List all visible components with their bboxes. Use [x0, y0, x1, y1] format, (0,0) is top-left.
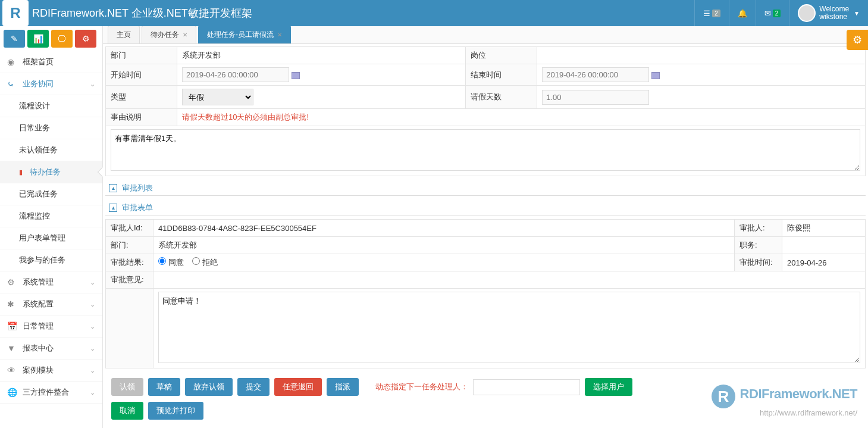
- btn-abandon[interactable]: 放弃认领: [185, 378, 233, 396]
- tab-process[interactable]: 处理任务-员工请假流✕: [198, 26, 291, 43]
- next-handler-label: 动态指定下一任务处理人：: [375, 382, 468, 392]
- list-badge: 2: [712, 10, 720, 17]
- form-area: 部门 系统开发部 岗位 开始时间 结束时间 类型 年假 请假天数: [103, 44, 868, 428]
- nav-home[interactable]: ◉ 框架首页: [0, 51, 102, 73]
- label-opinion: 审批意见:: [106, 271, 153, 289]
- section-approval-form: ▴ 审批表单 审批人Id: 41DD6B83-0784-4A8C-823F-EE…: [105, 201, 866, 372]
- header-bell-button[interactable]: 🔔: [729, 0, 756, 26]
- field-result: 同意 拒绝: [153, 254, 735, 271]
- input-start-time[interactable]: [182, 67, 289, 82]
- nav-sys-config[interactable]: ✱ 系统配置 ⌄: [0, 293, 102, 315]
- btn-select-user[interactable]: 选择用户: [585, 378, 632, 396]
- globe-icon: 🌐: [7, 388, 18, 397]
- header-user-button[interactable]: Welcome wikstone ▼: [789, 0, 868, 26]
- chevron-down-icon: ⌄: [90, 323, 95, 330]
- actions-row-1: 认领 草稿 放弃认领 提交 任意退回 指派 动态指定下一任务处理人： 选择用户: [105, 372, 866, 402]
- screen-icon: 🖵: [58, 34, 66, 43]
- approval-list-header[interactable]: ▴ 审批列表: [105, 181, 866, 196]
- btn-delegate[interactable]: 指派: [327, 378, 359, 396]
- field-approval-position: [782, 237, 866, 254]
- label-approver: 审批人:: [735, 220, 782, 237]
- btn-reject-back[interactable]: 任意退回: [274, 378, 322, 396]
- close-icon[interactable]: ✕: [183, 32, 187, 38]
- collapse-icon: ▴: [109, 204, 117, 212]
- nav-report[interactable]: ▼ 报表中心 ⌄: [0, 338, 102, 360]
- nav-user-form[interactable]: 用户表单管理: [0, 227, 102, 249]
- textarea-reason[interactable]: 有事需清年假1天。: [111, 129, 860, 171]
- header-mail-button[interactable]: ✉ 2: [756, 0, 789, 26]
- nav-biz-collab[interactable]: ⤿ 业务协同 ⌄: [0, 73, 102, 95]
- leave-form-table: 部门 系统开发部 岗位 开始时间 结束时间 类型 年假 请假天数: [105, 46, 866, 176]
- gears-icon: ⚙: [82, 34, 90, 43]
- btn-claim[interactable]: 认领: [111, 378, 143, 396]
- calendar-icon[interactable]: [292, 72, 300, 79]
- select-type[interactable]: 年假: [182, 89, 253, 105]
- textarea-opinion[interactable]: 同意申请！: [158, 292, 860, 363]
- chevron-down-icon: ⌄: [90, 345, 95, 352]
- toolbar-chart-button[interactable]: 📊: [27, 30, 49, 48]
- floating-settings-button[interactable]: ⚙: [847, 30, 868, 50]
- bell-icon: 🔔: [738, 9, 747, 18]
- chevron-down-icon: ▼: [854, 10, 860, 17]
- nav-sys-mgmt[interactable]: ⚙ 系统管理 ⌄: [0, 271, 102, 293]
- input-end-time[interactable]: [542, 67, 649, 82]
- share-icon: ⤿: [7, 79, 18, 89]
- radio-agree-label[interactable]: 同意: [158, 258, 184, 267]
- nav-third-party[interactable]: 🌐 三方控件整合 ⌄: [0, 382, 102, 404]
- mail-badge: 2: [773, 10, 781, 17]
- nav-pending[interactable]: ▮ 待办任务: [0, 161, 102, 183]
- section-approval-list: ▴ 审批列表: [105, 181, 866, 196]
- sidebar-toolbar: ✎ 📊 🖵 ⚙: [0, 26, 102, 51]
- toolbar-gears-button[interactable]: ⚙: [75, 30, 96, 48]
- label-position: 岗位: [466, 47, 537, 64]
- nav-daily-biz[interactable]: 日常业务: [0, 117, 102, 139]
- nav-unclaimed[interactable]: 未认领任务: [0, 139, 102, 161]
- app-header: R RDIFramework.NET 企业级.NET敏捷开发框架 ☰ 2 🔔 ✉…: [0, 0, 868, 26]
- chevron-down-icon: ⌄: [90, 367, 95, 374]
- collapse-icon: ▴: [109, 184, 117, 192]
- btn-preview-print[interactable]: 预览并打印: [148, 402, 203, 420]
- nav-examples[interactable]: 👁 案例模块 ⌄: [0, 360, 102, 382]
- chevron-down-icon: ⌄: [90, 279, 95, 286]
- btn-draft[interactable]: 草稿: [148, 378, 180, 396]
- logo: R: [2, 0, 29, 26]
- radio-reject[interactable]: [192, 257, 200, 265]
- chevron-down-icon: ⌄: [90, 389, 95, 396]
- header-right: ☰ 2 🔔 ✉ 2 Welcome wikstone ▼: [694, 0, 868, 26]
- toolbar-edit-button[interactable]: ✎: [4, 30, 25, 48]
- label-result: 审批结果:: [106, 254, 153, 271]
- btn-cancel[interactable]: 取消: [111, 402, 143, 420]
- tab-bar: 主页 待办任务✕ 处理任务-员工请假流✕: [103, 26, 868, 44]
- label-end: 结束时间: [466, 64, 537, 86]
- approval-form-header[interactable]: ▴ 审批表单: [105, 201, 866, 215]
- label-reason: 事由说明: [106, 109, 177, 126]
- label-type: 类型: [106, 86, 177, 109]
- header-list-button[interactable]: ☰ 2: [694, 0, 729, 26]
- sidebar: ✎ 📊 🖵 ⚙ ◉ 框架首页 ⤿ 业务协同 ⌄ 流程设计 日常业务 未认领任务 …: [0, 26, 103, 428]
- radio-agree[interactable]: [158, 257, 166, 265]
- toolbar-screen-button[interactable]: 🖵: [51, 30, 73, 48]
- nav-monitor[interactable]: 流程监控: [0, 205, 102, 227]
- btn-submit[interactable]: 提交: [237, 378, 270, 396]
- tab-pending[interactable]: 待办任务✕: [142, 26, 196, 43]
- label-approval-dept: 部门:: [106, 237, 153, 254]
- label-approver-id: 审批人Id:: [106, 220, 153, 237]
- field-dept: 系统开发部: [177, 47, 466, 64]
- gear-icon: ⚙: [853, 33, 862, 46]
- label-dept: 部门: [106, 47, 177, 64]
- nav-daily-mgmt[interactable]: 📅 日常管理 ⌄: [0, 315, 102, 338]
- radio-reject-label[interactable]: 拒绝: [192, 258, 218, 267]
- nav-my-tasks[interactable]: 我参与的任务: [0, 249, 102, 271]
- close-icon[interactable]: ✕: [277, 32, 282, 38]
- dashboard-icon: ◉: [7, 57, 18, 67]
- mail-icon: ✉: [764, 9, 771, 18]
- username: wikstone: [819, 13, 849, 21]
- nav-flow-design[interactable]: 流程设计: [0, 95, 102, 117]
- nav-completed[interactable]: 已完成任务: [0, 183, 102, 205]
- content-area: 主页 待办任务✕ 处理任务-员工请假流✕ 部门 系统开发部 岗位 开始时间 结束…: [103, 26, 868, 428]
- tab-home[interactable]: 主页: [108, 26, 140, 43]
- calendar-icon[interactable]: [651, 72, 660, 79]
- input-days[interactable]: [542, 90, 649, 105]
- field-approval-dept: 系统开发部: [153, 237, 735, 254]
- input-next-user[interactable]: [473, 379, 580, 395]
